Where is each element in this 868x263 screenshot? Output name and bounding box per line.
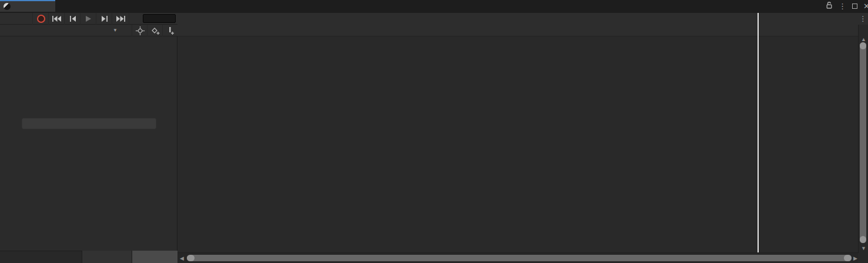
previous-frame-button[interactable] (64, 13, 81, 25)
close-icon[interactable]: ✕ (863, 2, 868, 11)
tab-dopesheet[interactable] (82, 251, 132, 263)
go-to-beginning-icon (52, 16, 61, 22)
unity-logo-icon (4, 3, 11, 10)
next-frame-icon (102, 16, 108, 22)
previous-frame-icon (70, 16, 76, 22)
scrollbar-corner (858, 253, 868, 263)
curve-plot (177, 25, 858, 253)
play-icon (86, 16, 91, 22)
go-to-end-button[interactable] (112, 13, 129, 25)
maximize-icon[interactable] (852, 2, 857, 11)
add-keyframe-icon (151, 27, 160, 35)
keyframe-button[interactable] (132, 25, 148, 36)
h-scroll-min-handle[interactable] (187, 255, 195, 261)
tab-animation[interactable] (0, 0, 55, 12)
property-panel (0, 36, 177, 251)
v-scroll-min-handle[interactable] (860, 42, 866, 49)
playhead[interactable] (758, 13, 759, 252)
chevron-down-icon: ▼ (113, 25, 118, 36)
go-to-end-icon (116, 16, 125, 22)
play-button[interactable] (80, 13, 96, 25)
add-keyframe-button[interactable] (147, 25, 163, 36)
add-property-button[interactable] (22, 118, 156, 129)
tab-strip: ⋮ ✕ (0, 0, 868, 13)
kebab-menu-icon[interactable]: ⋮ (839, 2, 846, 11)
tab-curves[interactable] (132, 251, 177, 263)
frame-field[interactable] (143, 14, 176, 23)
add-event-button[interactable] (162, 25, 179, 36)
vertical-scrollbar-thumb[interactable] (860, 42, 866, 243)
ruler-kebab-menu-icon[interactable]: ⋮ (858, 13, 868, 25)
keyframe-diamond-icon (136, 26, 145, 35)
timeline-ruler[interactable] (177, 13, 858, 25)
go-to-beginning-button[interactable] (48, 13, 65, 25)
record-icon (37, 15, 45, 23)
scroll-left-icon[interactable]: ◀ (180, 255, 184, 262)
h-scroll-max-handle[interactable] (844, 255, 852, 261)
animation-window: ⋮ ✕ ▼ (0, 0, 868, 263)
window-controls: ⋮ ✕ (826, 2, 868, 11)
scroll-right-icon[interactable]: ▶ (853, 255, 857, 262)
horizontal-scrollbar-thumb[interactable] (187, 255, 852, 261)
add-event-icon (167, 27, 175, 35)
record-button[interactable] (32, 13, 49, 25)
next-frame-button[interactable] (96, 13, 112, 25)
clip-dropdown[interactable] (0, 25, 121, 36)
scroll-down-icon[interactable]: ▼ (861, 245, 866, 252)
v-scroll-max-handle[interactable] (860, 236, 866, 243)
unlock-icon[interactable] (826, 2, 833, 11)
